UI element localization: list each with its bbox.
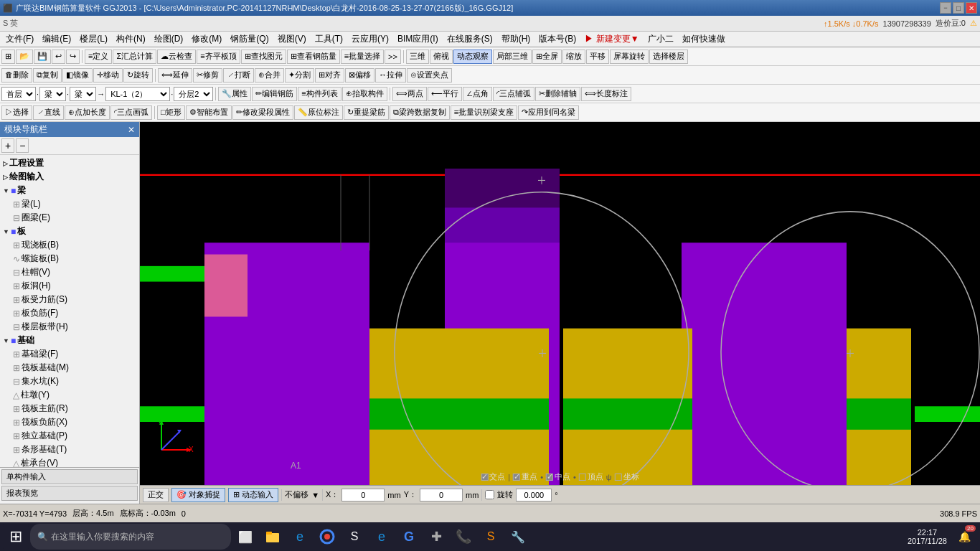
screen-rotate-btn[interactable]: 屏幕旋转: [610, 50, 649, 64]
point-length-btn[interactable]: ⊕点加长度: [65, 105, 110, 120]
titlebar-controls[interactable]: － □ ✕: [940, 2, 977, 14]
edit-rebar-btn[interactable]: ✏编辑钢筋: [252, 87, 297, 101]
maximize-button[interactable]: □: [953, 2, 964, 14]
tree-raft[interactable]: ⊞筏板基础(M): [1, 361, 138, 375]
menu-tools[interactable]: 工具(T): [311, 32, 347, 47]
offset-btn[interactable]: ⊠偏移: [345, 68, 374, 83]
undo-btn[interactable]: ↩: [52, 50, 65, 64]
menu-floor[interactable]: 楼层(L): [75, 32, 112, 47]
fullscreen-btn[interactable]: ⊞全屏: [532, 50, 562, 64]
section-engineering[interactable]: ▷ 工程设置: [1, 156, 138, 170]
menu-newchange[interactable]: ▶ 新建变更▼: [580, 32, 643, 47]
tree-raft-neg[interactable]: ⊞筏板负筋(X): [1, 415, 138, 429]
snap-midpoint[interactable]: ✓ 重点: [513, 471, 537, 482]
more-btn[interactable]: >>: [385, 50, 401, 64]
del-aux-btn[interactable]: ✂删除辅轴: [535, 87, 580, 101]
chrome-btn[interactable]: [314, 524, 340, 550]
two-point-btn[interactable]: ⟺两点: [392, 87, 427, 101]
tree-strip-fnd[interactable]: ⊞条形基础(T): [1, 443, 138, 456]
new-btn[interactable]: ⊞: [1, 50, 15, 64]
dynamic-input-btn[interactable]: ⊞ 动态输入: [228, 488, 278, 502]
group-foundation[interactable]: ▼ ■ 基础: [1, 334, 138, 347]
merge-btn[interactable]: ⊕合并: [255, 68, 284, 83]
tree-floor-band[interactable]: ⊟楼层板带(H): [1, 320, 138, 334]
menu-file[interactable]: 文件(F): [1, 32, 38, 47]
tree-col-pier[interactable]: △柱墩(Y): [1, 388, 138, 402]
apply-same-btn[interactable]: ↷应用到同名梁: [518, 105, 579, 120]
sidebar-controls[interactable]: ✕: [128, 125, 135, 135]
length-dim-btn[interactable]: ⟺长度标注: [581, 87, 631, 101]
dynamic-view-btn[interactable]: 动态观察: [453, 50, 492, 64]
zoom-btn[interactable]: 缩放: [562, 50, 585, 64]
align-btn[interactable]: ⊞对齐: [315, 68, 344, 83]
ie-btn[interactable]: e: [287, 524, 313, 550]
taskbar-search[interactable]: 🔍 在这里输入你要搜索的内容: [30, 524, 231, 550]
single-elem-input-btn[interactable]: 单构件输入: [1, 469, 138, 484]
menu-modify[interactable]: 修改(M): [187, 32, 226, 47]
menu-element[interactable]: 构件(N): [112, 32, 150, 47]
tree-slab-neg[interactable]: ⊞板负筋(F): [1, 306, 138, 320]
span-copy-btn[interactable]: ⧉梁跨数据复制: [390, 105, 450, 120]
start-button[interactable]: ⊞: [3, 524, 29, 550]
property-btn[interactable]: 🔧属性: [218, 87, 251, 101]
menu-online[interactable]: 在线服务(S): [443, 32, 497, 47]
tree-slab-b[interactable]: ⊞现浇板(B): [1, 238, 138, 252]
snap-midpoint-check[interactable]: ✓: [513, 474, 520, 481]
menu-view[interactable]: 视图(V): [273, 32, 311, 47]
g-btn[interactable]: G: [396, 524, 422, 550]
ie2-btn[interactable]: e: [369, 524, 395, 550]
inplace-dim-btn[interactable]: 📏原位标注: [294, 105, 343, 120]
menu-rebar[interactable]: 钢筋量(Q): [226, 32, 273, 47]
element-list-btn[interactable]: ≡构件列表: [298, 87, 341, 101]
sidebar-minus-btn[interactable]: −: [16, 138, 29, 153]
redo-btn[interactable]: ↪: [66, 50, 80, 64]
x-input[interactable]: [341, 489, 385, 501]
plus-btn[interactable]: ✚: [423, 524, 449, 550]
tree-beam-l[interactable]: ⊞ 梁(L): [1, 197, 138, 211]
tree-pit[interactable]: ⊟集水坑(K): [1, 375, 138, 388]
file-explorer-btn[interactable]: [260, 524, 286, 550]
y-input[interactable]: [420, 489, 463, 501]
cloud-check-btn[interactable]: ☁云检查: [157, 50, 196, 64]
app1-btn[interactable]: S: [341, 524, 367, 550]
app2-btn[interactable]: S: [478, 524, 504, 550]
calc-btn[interactable]: Σ汇总计算: [113, 50, 156, 64]
type1-select[interactable]: 梁: [39, 87, 66, 101]
level-top-btn[interactable]: ≡齐平板顶: [197, 50, 240, 64]
three-arc-draw-btn[interactable]: ◜三点画弧: [110, 105, 152, 120]
snap-vertex-check[interactable]: [579, 474, 586, 481]
rotate-check[interactable]: [485, 490, 494, 499]
tree-fnd-beam[interactable]: ⊞基础梁(F): [1, 347, 138, 361]
trim-btn[interactable]: ✂修剪: [193, 68, 222, 83]
menu-version[interactable]: 版本号(B): [534, 32, 580, 47]
line-btn[interactable]: ⟋直线: [33, 105, 64, 120]
snap-coord[interactable]: 坐标: [615, 471, 639, 482]
tree-column-cap[interactable]: ⊟柱帽(V): [1, 265, 138, 279]
menu-guangxiao[interactable]: 广小二: [644, 32, 678, 47]
section-drawing[interactable]: ▷ 绘图输入: [1, 170, 138, 184]
batch-select-btn[interactable]: ≡批量选择: [341, 50, 384, 64]
tree-slab-hole[interactable]: ⊞板洞(H): [1, 279, 138, 293]
angle-btn[interactable]: ∠点角: [463, 87, 492, 101]
save-btn[interactable]: 💾: [34, 50, 51, 64]
tree-isolated-fnd[interactable]: ⊞独立基础(P): [1, 429, 138, 443]
report-preview-btn[interactable]: 报表预览: [1, 486, 138, 501]
reextract-btn[interactable]: ↻重提梁筋: [344, 105, 389, 120]
pan-btn[interactable]: 平移: [586, 50, 609, 64]
snap-center[interactable]: ✓ 中点: [546, 471, 570, 482]
tree-slab-rebar[interactable]: ⊞板受力筋(S): [1, 293, 138, 306]
tree-raft-rebar[interactable]: ⊞筏板主筋(R): [1, 402, 138, 415]
snap-vertex[interactable]: 顶点: [579, 471, 603, 482]
smart-place-btn[interactable]: ⚙智能布置: [186, 105, 232, 120]
menu-cloud[interactable]: 云应用(Y): [347, 32, 393, 47]
app3-btn[interactable]: 🔧: [505, 524, 531, 550]
define-btn[interactable]: ≡定义: [85, 50, 112, 64]
open-btn[interactable]: 📂: [16, 50, 33, 64]
minimize-button[interactable]: －: [940, 2, 951, 14]
move-btn[interactable]: ✛移动: [93, 68, 123, 83]
menu-help[interactable]: 帮助(H): [497, 32, 535, 47]
type2-select[interactable]: 梁: [70, 87, 96, 101]
stretch-btn[interactable]: ↔拉伸: [375, 68, 406, 83]
phone-btn[interactable]: 📞: [451, 524, 476, 550]
snap-intersection[interactable]: ✓ 交点: [481, 471, 505, 482]
